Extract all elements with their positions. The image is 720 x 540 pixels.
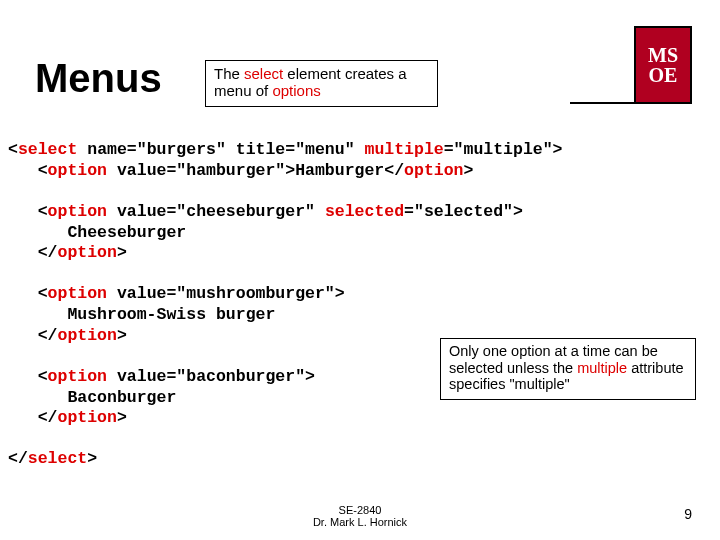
tag-select-close: select (28, 449, 87, 468)
footer-author: Dr. Mark L. Hornick (0, 516, 720, 528)
tag-option: option (58, 243, 117, 262)
logo-line2: OE (649, 65, 678, 85)
tag-option: option (48, 367, 107, 386)
keyword-options: options (272, 82, 320, 99)
slide: Menus The select element creates a menu … (0, 0, 720, 540)
tag-option: option (58, 326, 117, 345)
tag-option: option (48, 202, 107, 221)
text: The (214, 65, 244, 82)
attr-selected: selected (325, 202, 404, 221)
page-number: 9 (684, 506, 692, 522)
callout-select-description: The select element creates a menu of opt… (205, 60, 438, 107)
slide-title: Menus (35, 56, 162, 101)
tag-option: option (58, 408, 117, 427)
logo-line1: MS (648, 45, 678, 65)
tag-select-open: select (18, 140, 77, 159)
keyword-select: select (244, 65, 283, 82)
tag-option: option (404, 161, 463, 180)
footer-course: SE-2840 (0, 504, 720, 516)
logo-underline (570, 102, 666, 104)
keyword-multiple: multiple (577, 360, 627, 376)
attr-multiple: multiple (364, 140, 443, 159)
slide-footer: SE-2840 Dr. Mark L. Hornick (0, 504, 720, 528)
tag-option: option (48, 161, 107, 180)
code-block: <select name="burgers" title="menu" mult… (8, 140, 563, 470)
msoe-logo: MS OE (634, 26, 692, 104)
tag-option: option (48, 284, 107, 303)
callout-multiple-note: Only one option at a time can be selecte… (440, 338, 696, 400)
